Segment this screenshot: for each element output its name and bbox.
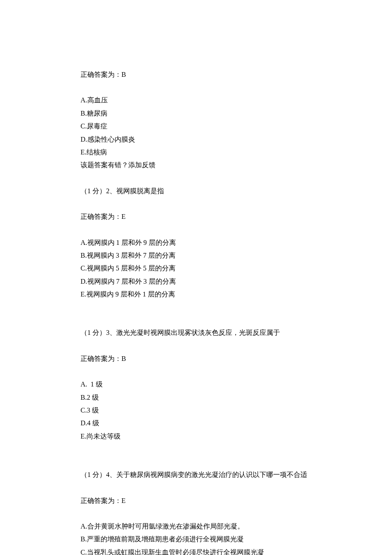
option-e: E.尚未达等级	[81, 430, 319, 443]
document-page: 正确答案为：B A.高血压 B.糖尿病 C.尿毒症 D.感染性心内膜炎 E.结核…	[0, 0, 319, 555]
option-e: E.视网膜内 9 层和外 1 层的分离	[81, 288, 319, 301]
answer-line: 正确答案为：E	[81, 210, 319, 223]
spacer	[81, 443, 319, 468]
question-prompt: （1 分）3、激光光凝时视网膜出现雾状淡灰色反应，光斑反应属于	[81, 326, 319, 339]
feedback-line: 该题答案有错？添加反馈	[81, 159, 319, 171]
option-d: D.感染性心内膜炎	[81, 133, 319, 146]
option-b: B.糖尿病	[81, 107, 319, 120]
option-c: C.视网膜内 5 层和外 5 层的分离	[81, 262, 319, 275]
spacer	[81, 81, 319, 94]
option-d: D.视网膜内 7 层和外 3 层的分离	[81, 275, 319, 288]
spacer	[81, 340, 319, 352]
option-a: A. 1 级	[81, 378, 319, 391]
answer-line: 正确答案为：B	[81, 68, 319, 81]
option-e: E.结核病	[81, 146, 319, 159]
spacer	[81, 224, 319, 236]
spacer	[81, 198, 319, 210]
option-a: A.合并黄斑水肿时可用氩绿激光在渗漏处作局部光凝。	[81, 520, 319, 533]
spacer	[81, 482, 319, 494]
answer-line: 正确答案为：B	[81, 352, 319, 365]
option-d: D.4 级	[81, 417, 319, 430]
question-prompt: （1 分）4、关于糖尿病视网膜病变的激光光凝治疗的认识以下哪一项不合适	[81, 468, 319, 481]
option-b: B.2 级	[81, 391, 319, 404]
option-b: B.视网膜内 3 层和外 7 层的分离	[81, 249, 319, 262]
spacer	[81, 365, 319, 378]
answer-line: 正确答案为：E	[81, 494, 319, 507]
option-c: C.尿毒症	[81, 120, 319, 133]
option-a: A.视网膜内 1 层和外 9 层的分离	[81, 236, 319, 249]
option-a: A.高血压	[81, 94, 319, 107]
option-c: C.3 级	[81, 404, 319, 417]
option-c: C.当视乳头或虹膜出现新生血管时必须尽快进行全视网膜光凝	[81, 546, 319, 555]
option-b: B.严重的增殖前期及增殖期患者必须进行全视网膜光凝	[81, 533, 319, 546]
spacer	[81, 507, 319, 520]
question-prompt: （1 分）2、视网膜脱离是指	[81, 185, 319, 198]
spacer	[81, 301, 319, 326]
spacer	[81, 172, 319, 185]
